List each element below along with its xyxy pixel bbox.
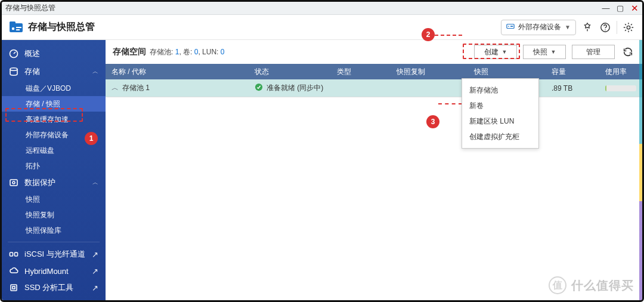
status-ok-icon <box>255 83 263 93</box>
sidebar-item-storage-snapshot[interactable]: 存储 / 快照 <box>2 96 106 112</box>
col-status[interactable]: 状态 <box>249 64 331 79</box>
sidebar-group-storage[interactable]: 存储 ︿ <box>2 63 106 81</box>
table-header: 名称 / 代称 状态 类型 快照复制 快照 容量 使用率 <box>106 64 642 79</box>
titlebar: 存储与快照总管 — ▢ ✕ <box>2 2 642 15</box>
expand-caret-icon[interactable]: ︿ <box>112 83 119 93</box>
main-panel: 存储空间 存储池: 1, 卷: 0, LUN: 0 创建▼ 快照▼ 管理 <box>106 40 642 300</box>
external-link-icon: ↗ <box>92 283 98 292</box>
chip-icon <box>9 283 18 292</box>
svg-rect-18 <box>13 286 15 289</box>
usage-bar <box>605 85 636 91</box>
svg-rect-1 <box>10 21 16 24</box>
manage-button[interactable]: 管理 <box>572 45 615 59</box>
col-snapshot[interactable]: 快照 <box>468 64 546 79</box>
sidebar-item-topology[interactable]: 拓扑 <box>2 158 106 174</box>
sidebar-item-cache-accel[interactable]: 高速缓存加速 <box>2 112 106 127</box>
sidebar-link-ssd-analysis[interactable]: SSD 分析工具 ↗ <box>2 279 106 296</box>
status-text: 准备就绪 (同步中) <box>267 83 323 93</box>
chevron-down-icon: ▼ <box>565 24 571 30</box>
svg-rect-3 <box>16 27 21 28</box>
svg-point-6 <box>508 26 509 27</box>
menu-new-block-lun[interactable]: 新建区块 LUN <box>462 113 538 129</box>
svg-rect-16 <box>15 252 18 256</box>
ports-icon <box>9 249 18 259</box>
app-header: 存储与快照总管 外部存储设备 ▼ <box>2 15 642 40</box>
caret-down-icon: ▼ <box>551 49 556 55</box>
chevron-up-icon: ︿ <box>92 67 98 76</box>
annotation-marker: 1 <box>85 132 98 145</box>
menu-new-volume[interactable]: 新卷 <box>462 98 538 113</box>
settings-gear-icon[interactable] <box>622 21 635 34</box>
close-button[interactable]: ✕ <box>630 4 639 13</box>
help-icon[interactable] <box>599 21 612 34</box>
disk-icon <box>9 67 18 76</box>
svg-point-14 <box>13 181 15 184</box>
right-color-strip <box>639 40 642 300</box>
external-link-icon: ↗ <box>92 250 98 259</box>
minimize-button[interactable]: — <box>602 4 610 13</box>
sidebar: 概述 存储 ︿ 磁盘／VJBOD 存储 / 快照 高速缓存加速 外部存储设备 远… <box>2 40 106 300</box>
window-title: 存储与快照总管 <box>5 3 55 13</box>
sidebar-group-data-protection[interactable]: 数据保护 ︿ <box>2 174 106 192</box>
external-storage-dropdown[interactable]: 外部存储设备 ▼ <box>501 20 576 35</box>
annotation-arrow <box>438 103 462 104</box>
snapshot-dropdown-button[interactable]: 快照▼ <box>523 45 566 59</box>
col-type[interactable]: 类型 <box>331 64 391 79</box>
col-name[interactable]: 名称 / 代称 <box>106 64 249 79</box>
create-dropdown-button[interactable]: 创建▼ <box>474 45 517 59</box>
sidebar-item-disk-vjbod[interactable]: 磁盘／VJBOD <box>2 81 106 96</box>
svg-rect-15 <box>10 252 13 256</box>
col-usage[interactable]: 使用率 <box>599 64 642 79</box>
shield-icon <box>9 178 18 187</box>
pool-name: 存储池 1 <box>122 83 150 93</box>
hdd-icon <box>506 22 515 32</box>
svg-rect-13 <box>10 180 17 186</box>
annotation-marker: 3 <box>426 115 439 128</box>
svg-point-2 <box>12 27 14 29</box>
caret-down-icon: ▼ <box>502 49 507 55</box>
menu-new-pool[interactable]: 新存储池 <box>462 82 538 98</box>
external-link-icon: ↗ <box>92 267 98 276</box>
size-value: .89 TB <box>552 84 572 93</box>
watermark: 值 什么值得买 <box>549 276 634 294</box>
create-dropdown-menu: 新存储池 新卷 新建区块 LUN 创建虚拟扩充柜 <box>462 78 539 149</box>
cloud-icon <box>9 266 18 276</box>
sidebar-link-iscsi[interactable]: iSCSI 与光纤通道 ↗ <box>2 246 106 263</box>
annotation-marker: 2 <box>422 28 435 41</box>
external-link-icon: ↗ <box>92 300 98 301</box>
gauge-icon <box>9 49 18 58</box>
page-title: 存储空间 <box>113 47 146 57</box>
svg-point-12 <box>10 68 17 70</box>
maximize-button[interactable]: ▢ <box>616 4 624 13</box>
sidebar-item-snapshot[interactable]: 快照 <box>2 192 106 207</box>
sidebar-link-hybridmount[interactable]: HybridMount ↗ <box>2 263 106 279</box>
sidebar-link-vjbod-cloud[interactable]: VJBOD Cloud ↗ <box>2 296 106 300</box>
sidebar-item-snapshot-vault[interactable]: 快照保险库 <box>2 223 106 238</box>
chevron-up-icon: ︿ <box>92 178 98 187</box>
col-replication[interactable]: 快照复制 <box>391 64 468 79</box>
svg-rect-17 <box>11 285 17 291</box>
app-title: 存储与快照总管 <box>28 21 95 33</box>
tips-icon[interactable] <box>581 21 594 34</box>
stack-icon <box>9 300 18 300</box>
stats-summary: 存储池: 1, 卷: 0, LUN: 0 <box>150 47 224 57</box>
svg-point-10 <box>627 26 630 29</box>
menu-new-virtual-expansion[interactable]: 创建虚拟扩充柜 <box>462 129 538 144</box>
svg-point-9 <box>605 29 605 30</box>
sidebar-item-snapshot-replica[interactable]: 快照复制 <box>2 207 106 223</box>
sidebar-group-overview[interactable]: 概述 <box>2 45 106 63</box>
svg-rect-4 <box>16 29 20 30</box>
refresh-button[interactable] <box>621 45 635 59</box>
svg-rect-7 <box>510 26 513 27</box>
col-size[interactable]: 容量 <box>546 64 599 79</box>
table-row[interactable]: ︿存储池 1 准备就绪 (同步中) .89 TB <box>106 79 642 97</box>
app-icon <box>9 21 23 34</box>
